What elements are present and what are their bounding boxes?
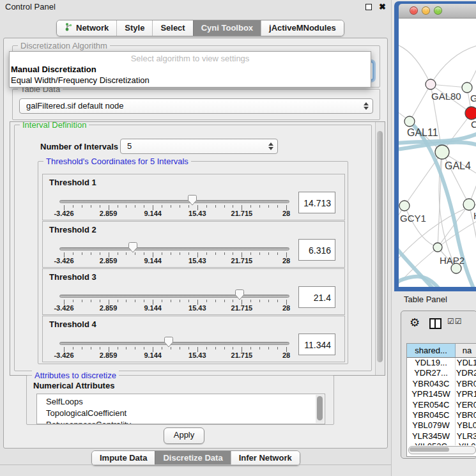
attribute-item-topologicalcoefficient[interactable]: TopologicalCoefficient — [37, 408, 325, 419]
cell-name[interactable]: YDL1 — [456, 358, 476, 368]
threshold-2-slider-track[interactable] — [59, 247, 289, 250]
table-panel: ⚙ ☑☑ shared... na YDL19...YDL1YDR27...YD… — [401, 311, 476, 459]
viewport-scrollbar-thumb[interactable] — [377, 131, 383, 362]
network-node-c[interactable] — [465, 107, 476, 119]
tab-cyni-toolbox[interactable]: Cyni Toolbox — [193, 20, 261, 36]
network-node-gal11[interactable] — [404, 116, 415, 127]
threshold-3-slider-thumb[interactable] — [235, 289, 244, 303]
cell-shared-name[interactable]: YIL052C — [407, 441, 456, 445]
algorithm-option-manual-discretization[interactable]: Manual Discretization — [10, 64, 371, 75]
slider-tick — [162, 205, 162, 208]
column-header-shared-name[interactable]: shared... — [407, 344, 456, 357]
tab-infer-network[interactable]: Infer Network — [231, 451, 300, 465]
cell-shared-name[interactable]: YER054C — [407, 400, 456, 410]
network-window-titlebar[interactable] — [399, 4, 476, 19]
minimize-traffic-light[interactable] — [422, 6, 430, 15]
tab-impute-data[interactable]: Impute Data — [92, 451, 155, 465]
table-row[interactable]: YPR145WYPR1 — [407, 389, 476, 399]
cyni-toolbox-content: Discretization Algorithm Select algorith… — [3, 38, 388, 449]
cell-name[interactable]: YER0 — [456, 400, 476, 410]
network-canvas[interactable]: GAL80GACGAL11GAL4GCY1HHAP2 — [399, 19, 476, 287]
tab-network[interactable]: Network — [57, 20, 116, 36]
table-row[interactable]: YIL052CYIL0 — [407, 441, 476, 445]
network-node-h[interactable] — [463, 199, 475, 210]
attributes-scrollbar[interactable] — [316, 395, 324, 423]
threshold-3-value-field[interactable]: 21.4 — [298, 286, 335, 308]
table-data-combobox[interactable]: galFiltered.sif default node — [19, 98, 373, 114]
threshold-2-panel: Threshold 2-3.4262.8599.14415.4321.71528… — [42, 221, 345, 268]
table-row[interactable]: YBL079WYBL0 — [407, 420, 476, 431]
cell-name[interactable]: YIL0 — [456, 441, 476, 445]
slider-tick — [233, 347, 233, 349]
threshold-1-slider-track[interactable] — [59, 200, 289, 203]
attribute-item-selfloops[interactable]: SelfLoops — [37, 396, 325, 408]
cell-shared-name[interactable]: YBR043C — [407, 379, 456, 389]
apply-button[interactable]: Apply — [164, 427, 204, 444]
select-columns-checkboxes-icon[interactable]: ☑☑ — [447, 317, 463, 326]
algorithm-option-equal-width-frequency-discretization[interactable]: Equal Width/Frequency Discretization — [10, 75, 371, 86]
cell-name[interactable]: YDR2 — [456, 368, 476, 378]
cell-name[interactable]: YPR1 — [456, 389, 476, 399]
network-node-hap2[interactable] — [433, 243, 442, 252]
number-of-intervals-combobox[interactable]: 5 — [120, 139, 278, 154]
slider-tick — [277, 347, 278, 349]
numerical-attributes-list[interactable]: SelfLoopsTopologicalCoefficientBetweenne… — [36, 394, 325, 424]
close-icon[interactable]: ✖ — [379, 0, 386, 14]
tab-jactivemnodules[interactable]: jActiveMNodules — [261, 20, 344, 36]
cell-name[interactable]: YBR0 — [456, 410, 476, 420]
viewport-scrollbar[interactable] — [375, 122, 385, 375]
columns-icon[interactable] — [429, 318, 441, 329]
table-row[interactable]: YLR345WYLR3 — [407, 431, 476, 441]
table-row[interactable]: YDL19...YDL1 — [407, 358, 476, 368]
float-window-icon[interactable] — [365, 4, 372, 10]
threshold-1-slider-thumb[interactable] — [188, 195, 197, 208]
table-row[interactable]: YBR043CYBR0 — [407, 379, 476, 389]
attributes-group-title: Attributes to discretize — [32, 371, 119, 380]
tab-select[interactable]: Select — [152, 20, 192, 36]
zoom-traffic-light[interactable] — [434, 6, 442, 15]
cell-shared-name[interactable]: YDL19... — [407, 358, 456, 368]
threshold-4-slider-track[interactable] — [59, 342, 289, 345]
cell-name[interactable]: YBR0 — [456, 379, 476, 389]
threshold-3-label: Threshold 3 — [49, 272, 96, 282]
cell-shared-name[interactable]: YLR345W — [407, 431, 456, 441]
cell-shared-name[interactable]: YPR145W — [407, 389, 456, 399]
threshold-1-value-field[interactable]: 14.713 — [298, 192, 335, 213]
slider-tick — [259, 300, 260, 302]
slider-tick — [215, 300, 216, 302]
cell-name[interactable]: YBL0 — [456, 420, 476, 431]
threshold-4-label: Threshold 4 — [49, 319, 96, 329]
cell-shared-name[interactable]: YDR27... — [407, 368, 456, 378]
threshold-2-value-field[interactable]: 6.316 — [298, 239, 335, 261]
threshold-3-slider-track[interactable] — [59, 295, 289, 298]
slider-tick — [82, 205, 82, 208]
gear-icon[interactable]: ⚙ — [410, 316, 420, 330]
attributes-scrollbar-thumb[interactable] — [317, 396, 323, 420]
tab-style[interactable]: Style — [116, 20, 152, 36]
table-row[interactable]: YBR045CYBR0 — [407, 410, 476, 420]
slider-tick — [100, 205, 100, 208]
cell-shared-name[interactable]: YBL079W — [407, 420, 456, 431]
tab-discretize-data[interactable]: Discretize Data — [155, 451, 230, 465]
close-traffic-light[interactable] — [410, 6, 418, 15]
network-node-gcy1[interactable] — [399, 201, 410, 211]
network-node-gal80[interactable] — [426, 79, 436, 89]
network-node-ga[interactable] — [462, 82, 472, 93]
attribute-item-betweennesscentrality[interactable]: BetweennessCentrality — [37, 419, 325, 424]
slider-tick — [224, 300, 225, 302]
slider-tick — [171, 205, 171, 208]
table-row[interactable]: YER054CYER0 — [407, 400, 476, 410]
cell-name[interactable]: YLR3 — [456, 431, 476, 441]
threshold-4-slider-thumb[interactable] — [164, 337, 173, 350]
column-header-name[interactable]: na — [456, 344, 476, 357]
network-edge — [399, 277, 440, 287]
table-row[interactable]: YDR27...YDR2 — [407, 368, 476, 378]
network-node[interactable] — [451, 263, 461, 273]
table-horizontal-scrollbar[interactable] — [408, 446, 476, 454]
threshold-2-slider-thumb[interactable] — [128, 242, 137, 256]
threshold-4-value-field[interactable]: 11.344 — [298, 334, 335, 355]
algorithm-placeholder-option[interactable]: Select algorithm to view settings — [10, 53, 371, 64]
cell-shared-name[interactable]: YBR045C — [407, 410, 456, 420]
table-horizontal-scrollbar-thumb[interactable] — [410, 447, 449, 452]
network-node-gal4[interactable] — [435, 145, 449, 159]
